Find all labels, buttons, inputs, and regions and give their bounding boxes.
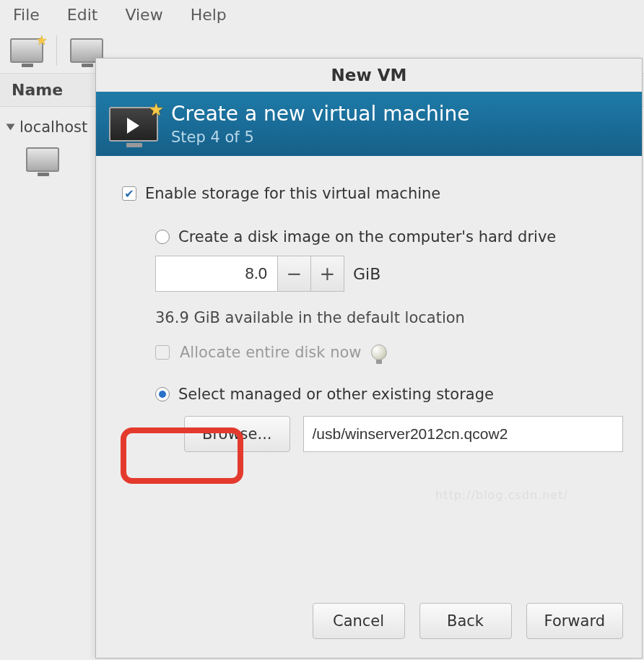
connection-name: localhost	[19, 118, 87, 136]
create-disk-radio[interactable]	[155, 230, 170, 244]
dialog-header-title: Create a new virtual machine	[171, 102, 470, 126]
disk-size-unit: GiB	[353, 265, 380, 283]
enable-storage-checkbox[interactable]	[122, 186, 136, 201]
select-existing-radio[interactable]	[155, 387, 170, 401]
enable-storage-label: Enable storage for this virtual machine	[145, 185, 440, 202]
watermark-text: http://blog.csdn.net/	[435, 488, 568, 502]
available-space-hint: 36.9 GiB available in the default locati…	[155, 309, 623, 326]
toolbar-separator	[56, 35, 57, 66]
create-disk-label: Create a disk image on the computer's ha…	[178, 228, 556, 246]
allocate-row: Allocate entire disk now	[155, 344, 623, 361]
new-vm-toolbar-button[interactable]	[10, 38, 43, 63]
menu-view[interactable]: View	[125, 6, 162, 24]
dialog-step: Step 4 of 5	[171, 129, 470, 146]
allocate-label: Allocate entire disk now	[180, 344, 361, 361]
monitor-icon	[26, 147, 59, 172]
menu-help[interactable]: Help	[191, 6, 227, 24]
create-disk-radio-row[interactable]: Create a disk image on the computer's ha…	[155, 228, 623, 246]
back-button[interactable]: Back	[419, 603, 512, 639]
lightbulb-icon[interactable]	[371, 344, 387, 360]
dialog-footer: Cancel Back Forward	[96, 589, 642, 658]
dialog-title: New VM	[331, 66, 407, 84]
menu-edit[interactable]: Edit	[67, 6, 98, 24]
disk-size-decrement[interactable]: −	[278, 256, 311, 292]
column-name: Name	[12, 81, 63, 99]
browse-row: Browse...	[184, 416, 623, 452]
select-existing-label: Select managed or other existing storage	[178, 386, 494, 403]
menubar: File Edit View Help	[0, 0, 644, 31]
dialog-body: Enable storage for this virtual machine …	[96, 156, 642, 589]
disk-size-increment[interactable]: +	[311, 256, 344, 292]
dialog-titlebar: New VM	[96, 58, 642, 92]
disk-size-spinner: − + GiB	[155, 256, 623, 292]
allocate-entire-disk-checkbox	[155, 345, 170, 360]
vm-header-icon: ★	[109, 107, 158, 142]
browse-button[interactable]: Browse...	[184, 416, 290, 452]
disk-size-input[interactable]	[155, 256, 278, 292]
new-vm-dialog: New VM ★ Create a new virtual machine St…	[95, 58, 643, 659]
select-existing-radio-row[interactable]: Select managed or other existing storage	[155, 386, 623, 403]
enable-storage-row[interactable]: Enable storage for this virtual machine	[122, 185, 623, 202]
cancel-button[interactable]: Cancel	[313, 603, 405, 639]
dialog-header: ★ Create a new virtual machine Step 4 of…	[96, 92, 642, 156]
forward-button[interactable]: Forward	[526, 603, 623, 639]
menu-file[interactable]: File	[13, 6, 40, 24]
expand-icon	[6, 124, 15, 131]
storage-path-input[interactable]	[303, 416, 624, 452]
